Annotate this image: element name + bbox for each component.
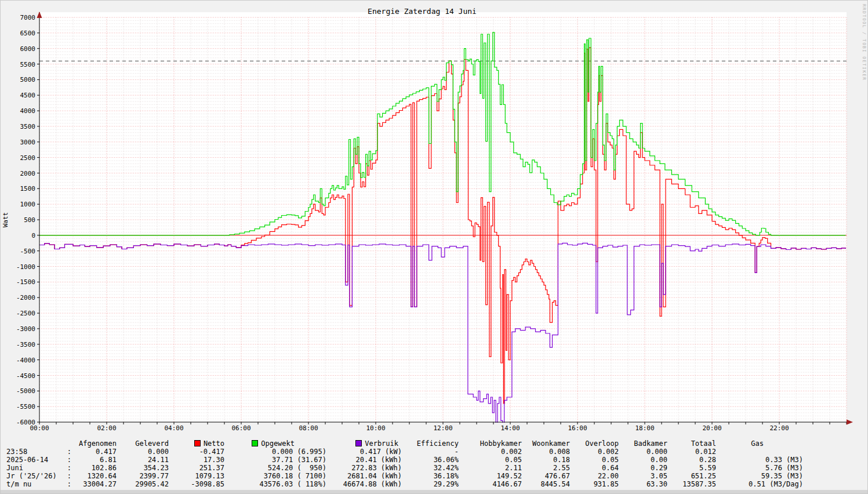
table-header-overloop: Overloop — [570, 439, 619, 448]
y-tick-label: -5000 — [16, 387, 35, 395]
row-label: Jr ('25/'26) — [6, 472, 64, 480]
table-cell: 0.28 — [667, 456, 716, 464]
table-row: 2025-06-14:6.8124.1117.3037.71 (31.67)20… — [1, 456, 868, 464]
y-tick-label: 6500 — [20, 30, 36, 37]
x-tick-label: 22:00 — [769, 424, 789, 432]
x-tick-label: 16:00 — [568, 424, 587, 432]
table-header-gas: Gas — [716, 439, 803, 448]
row-label: Juni — [6, 464, 64, 472]
table-cell: 0.00 — [619, 456, 667, 464]
table-cell: 0.33 (M3) — [716, 456, 803, 464]
table-cell: 3.05 — [619, 472, 667, 480]
y-tick-label: 5500 — [20, 61, 36, 68]
rrdtool-watermark: RRDTOOL / TOBI OETIKER — [862, 4, 867, 81]
table-cell: 0.002 — [570, 448, 619, 456]
table-cell: 29905.42 — [117, 480, 169, 488]
table-cell: 6.81 — [71, 456, 117, 464]
table-cell: 1079.13 — [169, 472, 224, 480]
x-tick-label: 06:00 — [231, 424, 250, 432]
x-tick-label: 10:00 — [366, 424, 385, 432]
table-cell: 0.000 — [619, 448, 667, 456]
x-axis-arrow-icon — [847, 420, 853, 425]
table-header-badkamer: Badkamer — [619, 439, 667, 448]
y-tick-label: 3000 — [20, 139, 36, 146]
table-cell: 0.008 — [522, 448, 570, 456]
legend-swatch-opgewekt — [252, 440, 258, 446]
table-header-efficiency: Efficiency — [402, 439, 459, 448]
table-cell: 0.000 (6.995) — [224, 448, 326, 456]
table-cell: 524.20 ( 950) — [224, 464, 326, 472]
table-header-geleverd: Geleverd — [117, 439, 169, 448]
table-cell: 0.05 — [459, 456, 522, 464]
y-tick-label: -4500 — [16, 372, 35, 380]
table-cell: 29.29% — [402, 480, 459, 488]
table-row: AfgenomenGeleverdNettoOpgewektVerbruikEf… — [1, 439, 868, 448]
row-colon: : — [64, 472, 71, 480]
table-cell: 102.86 — [71, 464, 117, 472]
legend-swatch-verbruik — [355, 440, 362, 446]
x-tick-label: 18:00 — [635, 424, 654, 432]
y-tick-label: 2500 — [20, 154, 36, 162]
table-cell: 149.52 — [459, 472, 522, 480]
y-tick-label: 4000 — [20, 107, 36, 115]
row-colon: : — [64, 480, 71, 488]
table-cell: 43576.03 ( 118%) — [224, 480, 326, 488]
table-cell: 17.30 — [169, 456, 224, 464]
table-cell: 0.18 — [522, 456, 570, 464]
table-cell: 0.002 — [459, 448, 522, 456]
table-cell: - — [402, 448, 459, 456]
table-cell: 2.55 — [522, 464, 570, 472]
y-tick-label: 6000 — [20, 45, 36, 53]
table-cell: -0.417 — [169, 448, 224, 456]
table-cell: 1320.64 — [71, 472, 117, 480]
rrdtool-energy-graph-page: 7000650060005500500045004000350030002500… — [0, 0, 868, 494]
table-header-afgenomen: Afgenomen — [71, 439, 117, 448]
table-cell — [716, 448, 803, 456]
table-header-opgewekt: Opgewekt — [224, 439, 326, 448]
table-cell: 59.35 (M3) — [716, 472, 803, 480]
table-row: t/m nu:33004.2729905.42-3098.8543576.03 … — [1, 480, 868, 488]
table-cell: 36.06% — [402, 456, 459, 464]
row-label: t/m nu — [6, 480, 64, 488]
x-tick-label: 14:00 — [500, 424, 520, 432]
table-cell: 36.18% — [402, 472, 459, 480]
table-cell: 5.59 — [667, 464, 716, 472]
y-tick-label: -1500 — [16, 278, 35, 286]
x-tick-label: 00:00 — [30, 424, 49, 432]
y-tick-label: -3500 — [16, 341, 35, 348]
chart-title: Energie Zaterdag 14 Juni — [368, 7, 477, 16]
table-cell: 0.000 — [117, 448, 169, 456]
y-tick-label: 7000 — [20, 14, 36, 21]
y-tick-label: 1000 — [20, 201, 36, 208]
y-axis-unit-label: Watt — [2, 212, 9, 228]
table-cell: 0.51 (M3/Dag) — [716, 480, 803, 488]
table-cell: 24.11 — [117, 456, 169, 464]
row-colon: : — [64, 464, 71, 472]
table-cell: 651.25 — [667, 472, 716, 480]
row-label: 2025-06-14 — [6, 456, 64, 464]
table-row: Juni:102.86354.23251.37524.20 ( 950)272.… — [1, 464, 868, 472]
y-tick-label: 2000 — [20, 170, 36, 177]
summary-table: AfgenomenGeleverdNettoOpgewektVerbruikEf… — [1, 439, 868, 488]
row-label: 23:58 — [6, 448, 64, 456]
y-tick-label: 5000 — [20, 76, 36, 83]
table-cell: 0.417 — [71, 448, 117, 456]
y-tick-label: 1500 — [20, 185, 36, 192]
table-cell: 63.30 — [619, 480, 667, 488]
y-tick-label: -3000 — [16, 325, 35, 333]
y-tick-label: 3500 — [20, 123, 36, 130]
table-row: Jr ('25/'26):1320.642399.771079.133760.1… — [1, 472, 868, 480]
y-tick-label: 500 — [24, 216, 35, 224]
legend-swatch-netto — [194, 440, 201, 446]
table-cell: 2.11 — [459, 464, 522, 472]
window-edge — [1, 490, 868, 493]
table-cell: 0.64 — [570, 464, 619, 472]
y-tick-label: 0 — [31, 232, 35, 239]
y-tick-label: 4500 — [20, 92, 36, 99]
y-tick-label: -5500 — [16, 403, 35, 411]
table-header-verbruik: Verbruik — [326, 439, 402, 448]
table-cell: 20.41 (kWh) — [326, 456, 402, 464]
energy-chart: 7000650060005500500045004000350030002500… — [1, 1, 868, 437]
table-cell: 476.67 — [522, 472, 570, 480]
row-colon: : — [64, 448, 71, 456]
